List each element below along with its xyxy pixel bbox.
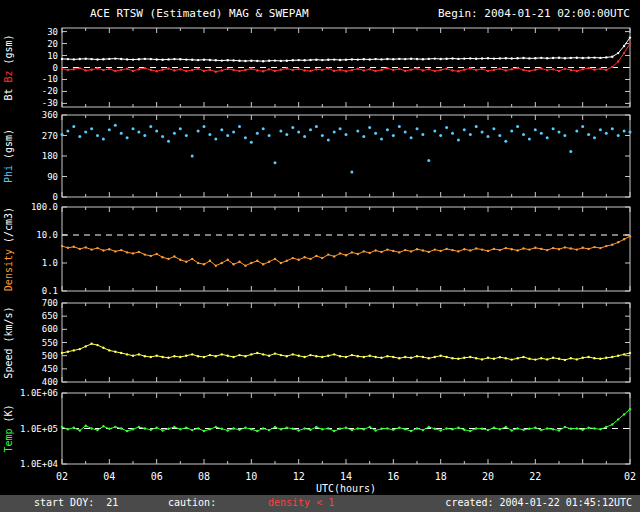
y-axis-label-phi: Phi (gsm) <box>3 129 14 183</box>
caution-value: density < 1 <box>268 497 334 508</box>
x-tick-label: 06 <box>151 471 163 482</box>
y-axis-label-density: Density (/cm3) <box>3 207 14 291</box>
panel-temp: 1.0E+061.0E+051.0E+04Temp (K) <box>3 388 631 469</box>
y-tick-label-speed: 550 <box>42 338 58 348</box>
y-tick-label-speed: 700 <box>42 298 58 308</box>
y-tick-label-speed: 650 <box>42 311 58 321</box>
panel-speed: 700650600550500450400Speed (km/s) <box>3 298 631 387</box>
y-tick-label-temp: 1.0E+04 <box>20 459 58 469</box>
x-tick-label: 20 <box>482 471 494 482</box>
y-tick-label-phi: 180 <box>42 151 58 161</box>
x-tick-label: 10 <box>245 471 257 482</box>
x-axis-title: UTC(hours) <box>316 483 376 494</box>
y-tick-label-phi: 270 <box>42 131 58 141</box>
y-tick-label-bt-bz: -20 <box>42 86 58 96</box>
x-tick-label: 22 <box>529 471 541 482</box>
y-tick-label-phi: 0 <box>53 192 58 202</box>
x-tick-label: 16 <box>387 471 399 482</box>
y-axis-label-bt-bz: Bt Bz (gsm) <box>3 34 14 100</box>
x-tick-label: 04 <box>103 471 115 482</box>
y-tick-label-density: 10.0 <box>36 230 58 240</box>
footer-bar: start DOY: 21 caution: density < 1 creat… <box>0 495 640 512</box>
x-tick-label: 12 <box>293 471 305 482</box>
y-tick-label-bt-bz: 20 <box>47 39 58 49</box>
x-tick-label: 08 <box>198 471 210 482</box>
y-tick-label-speed: 600 <box>42 324 58 334</box>
y-tick-label-temp: 1.0E+06 <box>20 388 58 398</box>
series-line-bt <box>62 38 630 62</box>
panel-frame-phi <box>62 115 630 197</box>
panel-phi: 360270180900Phi (gsm) <box>3 110 632 202</box>
start-doy-label: start DOY: 21 <box>34 497 118 508</box>
y-tick-label-bt-bz: -30 <box>42 98 58 108</box>
y-tick-label-density: 100.0 <box>31 202 58 212</box>
y-axis-label-speed: Speed (km/s) <box>3 306 14 378</box>
y-tick-label-phi: 360 <box>42 110 58 120</box>
begin-timestamp: Begin: 2004-01-21 02:00:00UTC <box>438 7 630 20</box>
y-tick-label-bt-bz: -10 <box>42 74 58 84</box>
caution-label: caution: <box>168 497 216 508</box>
y-tick-label-bt-bz: 30 <box>47 27 58 37</box>
series-density <box>61 235 631 267</box>
chart-canvas: 3020100-10-20-30Bt Bz (gsm)360270180900P… <box>0 0 640 512</box>
x-tick-label: 18 <box>435 471 447 482</box>
series-line-density <box>62 236 630 265</box>
series-temp <box>61 408 631 432</box>
y-tick-label-speed: 400 <box>42 377 58 387</box>
x-tick-label: 02 <box>624 471 636 482</box>
series-speed <box>61 343 631 362</box>
series-phi <box>61 124 632 174</box>
y-axis-label-temp: Temp (K) <box>3 404 14 452</box>
panel-frame-bt-bz <box>62 28 630 107</box>
y-tick-label-density: 0.1 <box>42 286 58 296</box>
created-timestamp: created: 2004-01-22 01:45:12UTC <box>445 497 632 508</box>
panel-density: 100.010.01.00.1Density (/cm3) <box>3 202 631 296</box>
y-tick-label-speed: 450 <box>42 364 58 374</box>
y-tick-label-density: 1.0 <box>42 258 58 268</box>
series-bt <box>61 36 631 62</box>
y-tick-label-bt-bz: 0 <box>53 63 58 73</box>
y-tick-label-temp: 1.0E+05 <box>20 424 58 434</box>
panel-frame-density <box>62 207 630 291</box>
x-tick-label: 02 <box>56 471 68 482</box>
plot-title: ACE RTSW (Estimated) MAG & SWEPAM <box>90 7 309 20</box>
x-tick-label: 14 <box>340 471 352 482</box>
panel-bt-bz: 3020100-10-20-30Bt Bz (gsm) <box>3 27 631 109</box>
y-tick-label-phi: 90 <box>47 172 58 182</box>
ace-rtsw-plot: ACE RTSW (Estimated) MAG & SWEPAM Begin:… <box>0 0 640 512</box>
panel-frame-speed <box>62 303 630 382</box>
y-tick-label-bt-bz: 10 <box>47 51 58 61</box>
y-tick-label-speed: 500 <box>42 351 58 361</box>
series-bz <box>61 42 631 73</box>
